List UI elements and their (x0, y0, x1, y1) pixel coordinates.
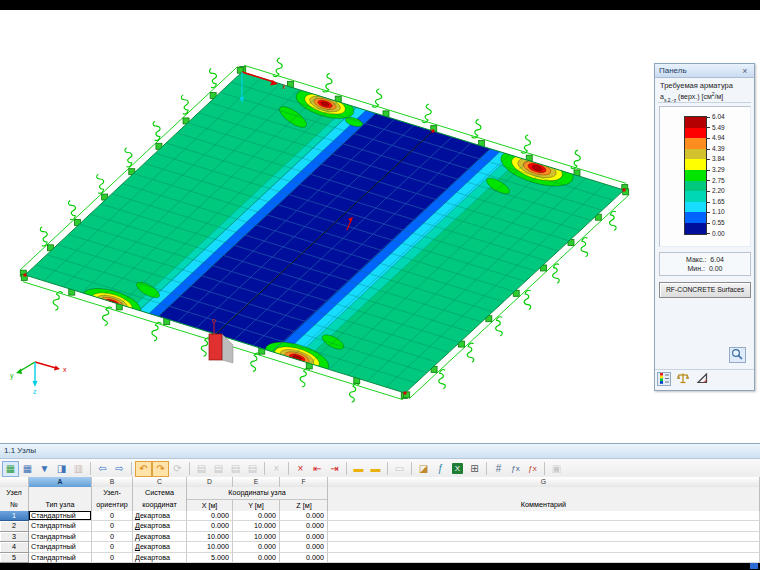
cell-comment[interactable] (328, 521, 760, 531)
toolbar-previous-table-button[interactable]: ⇦ (94, 461, 111, 477)
toolbar-function-delete-button[interactable]: ƒx (524, 461, 541, 477)
cell-y[interactable]: 10.000 (233, 532, 280, 542)
legend-band-10 (685, 223, 706, 234)
color-scale[interactable] (684, 116, 707, 235)
cell-y[interactable]: 0.000 (233, 511, 280, 521)
cell-reference-node[interactable]: 0 (92, 521, 133, 531)
cell-reference-node[interactable]: 0 (92, 553, 133, 563)
table-row: 1Стандартный0Декартова0.0000.0000.000 (0, 511, 760, 521)
cell-coordinate-system[interactable]: Декартова (133, 511, 187, 521)
table-body: 1Стандартный0Декартова0.0000.0000.0002Ст… (0, 511, 760, 563)
legend-tick: 4.94 (706, 134, 725, 141)
toolbar-delete-all-button[interactable]: × (292, 461, 309, 477)
panel-titlebar[interactable]: Панель × (655, 64, 754, 78)
svg-text:x: x (281, 83, 286, 90)
toolbar-font-button[interactable]: ƒ (432, 461, 449, 477)
legend-band-0 (685, 117, 706, 128)
cell-reference-node[interactable]: 0 (92, 542, 133, 552)
legend-band-5 (685, 170, 706, 181)
cell-coordinate-system[interactable]: Декартова (133, 532, 187, 542)
legend-tick: 0.00 (706, 230, 725, 237)
legend-band-7 (685, 191, 706, 202)
cell-node-type[interactable]: Стандартный (29, 511, 92, 521)
row-number[interactable]: 5 (0, 553, 29, 563)
row-number[interactable]: 2 (0, 521, 29, 531)
cell-y[interactable]: 10.000 (233, 521, 280, 531)
panel-tab-filter[interactable] (695, 372, 709, 386)
drafting-triangle-icon (696, 372, 708, 384)
cell-reference-node[interactable]: 0 (92, 511, 133, 521)
row-number[interactable]: 1 (0, 511, 29, 521)
legend-tick: 6.04 (706, 113, 725, 120)
cell-z[interactable]: 0.000 (280, 511, 328, 521)
node-marker (404, 392, 407, 395)
cell-y[interactable]: 0.000 (233, 542, 280, 552)
toolbar-redo-button[interactable]: ↷ (152, 461, 169, 477)
toolbar-next-table-button[interactable]: ⇨ (111, 461, 128, 477)
toolbar-table-edit-mode-button[interactable]: ▦ (2, 461, 19, 477)
cell-x[interactable]: 10.000 (187, 532, 233, 542)
cell-x[interactable]: 10.000 (187, 542, 233, 552)
cell-z[interactable]: 0.000 (280, 542, 328, 552)
cell-comment[interactable] (328, 532, 760, 542)
row-number[interactable]: 4 (0, 542, 29, 552)
toolbar-excel-export-button[interactable]: X (449, 461, 466, 477)
panel-tab-factors[interactable] (676, 372, 690, 386)
toolbar-pick-from-graphic-button[interactable]: ⇤ (309, 461, 326, 477)
toolbar-calculator-button[interactable]: ⊞ (466, 461, 483, 477)
legend-title: Требуемая арматура (660, 81, 733, 90)
close-icon[interactable]: × (740, 66, 750, 76)
max-line: Макс.: 6.04 (660, 255, 750, 264)
cell-node-type[interactable]: Стандартный (29, 532, 92, 542)
toolbar-refresh-button: ⟳ (169, 461, 186, 477)
cell-z[interactable]: 0.000 (280, 521, 328, 531)
cell-coordinate-system[interactable]: Декартова (133, 542, 187, 552)
legend-band-4 (685, 159, 706, 170)
toolbar-separator (131, 462, 132, 475)
row-number[interactable]: 3 (0, 532, 29, 542)
table-title[interactable]: 1.1 Узлы (0, 443, 760, 459)
cell-coordinate-system[interactable]: Декартова (133, 553, 187, 563)
cell-comment[interactable] (328, 511, 760, 521)
legend-band-3 (685, 149, 706, 160)
cell-comment[interactable] (328, 542, 760, 552)
toolbar-delete-row-button: × (268, 461, 285, 477)
toolbar-view-split-2-button[interactable]: ▬ (367, 461, 384, 477)
toolbar-parameters-button[interactable]: # (490, 461, 507, 477)
cell-node-type[interactable]: Стандартный (29, 542, 92, 552)
legend-band-6 (685, 181, 706, 192)
legend-tick: 5.49 (706, 124, 725, 131)
svg-text:z: z (33, 388, 37, 395)
cell-z[interactable]: 0.000 (280, 532, 328, 542)
legend-band-1 (685, 128, 706, 139)
cell-y[interactable]: 0.000 (233, 553, 280, 563)
cell-reference-node[interactable]: 0 (92, 532, 133, 542)
nodes-table-window: 1.1 Узлы ▦▦▼◨▥⇦⇨↶↷⟳▤▤▤▤××⇤⇥▬▬▭◪ƒX⊞#ƒxƒx▣… (0, 443, 760, 562)
toolbar-import-button[interactable]: ◪ (415, 461, 432, 477)
rf-concrete-surfaces-button[interactable]: RF-CONCRETE Surfaces (659, 282, 751, 298)
toolbar-view-split-1-button[interactable]: ▬ (350, 461, 367, 477)
cell-coordinate-system[interactable]: Декартова (133, 521, 187, 531)
toolbar-undo-button[interactable]: ↶ (135, 461, 152, 477)
cell-node-type[interactable]: Стандартный (29, 521, 92, 531)
color-scale-box: 6.045.494.944.393.843.292.752.201.651.10… (659, 106, 751, 247)
cell-node-type[interactable]: Стандартный (29, 553, 92, 563)
toolbar-function-button[interactable]: ƒx (507, 461, 524, 477)
panel-tab-color-scale[interactable] (657, 372, 671, 386)
toolbar-table-view-button[interactable]: ▼ (36, 461, 53, 477)
cell-z[interactable]: 0.000 (280, 553, 328, 563)
legend-band-2 (685, 138, 706, 149)
zoom-scale-button[interactable] (729, 347, 746, 363)
cell-comment[interactable] (328, 553, 760, 563)
toolbar-apply-to-graphic-button[interactable]: ⇥ (326, 461, 343, 477)
toolbar-table-transfer-button[interactable]: ◨ (53, 461, 70, 477)
toolbar-table-insert-button[interactable]: ▦ (19, 461, 36, 477)
toolbar-empty-row-button: ▤ (244, 461, 261, 477)
node-marker (432, 130, 435, 133)
cell-x[interactable]: 0.000 (187, 511, 233, 521)
node-marker (623, 189, 626, 192)
table-toolbar: ▦▦▼◨▥⇦⇨↶↷⟳▤▤▤▤××⇤⇥▬▬▭◪ƒX⊞#ƒxƒx▣ (0, 459, 760, 479)
model-canvas[interactable]: xxyz (0, 0, 760, 443)
cell-x[interactable]: 5.000 (187, 553, 233, 563)
cell-x[interactable]: 0.000 (187, 521, 233, 531)
